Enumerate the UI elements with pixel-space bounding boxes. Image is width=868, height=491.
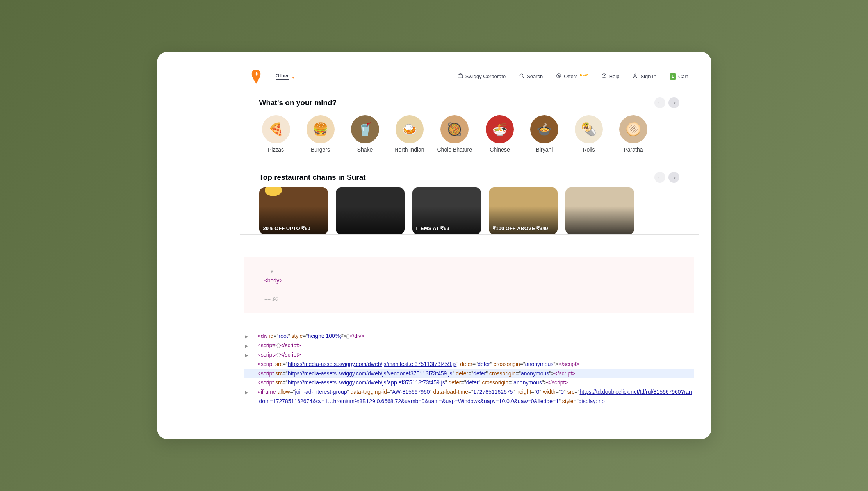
devtools-text: " xyxy=(456,361,460,367)
nav-offers[interactable]: Offers NEW xyxy=(556,73,588,80)
devtools-text: =" xyxy=(387,389,392,395)
devtools-text: =" xyxy=(461,379,466,386)
restaurant-card[interactable] xyxy=(336,187,405,234)
arrow-right-icon: → xyxy=(671,175,676,180)
expand-toggle-icon[interactable]: ▶ xyxy=(252,389,257,396)
nav-search[interactable]: Search xyxy=(519,73,543,80)
devtools-attr: defer xyxy=(449,379,461,386)
devtools-row[interactable]: ▶<div id="root" style="height: 100%;">⋯<… xyxy=(244,332,694,341)
restaurant-overlay xyxy=(565,187,634,234)
category-item[interactable]: 🥤Shake xyxy=(348,115,382,153)
devtools-attr: src xyxy=(275,361,283,367)
devtools-row[interactable]: <script src="https://media-assets.swiggy… xyxy=(244,360,694,369)
restaurants-header: Top restaurant chains in Surat ← → xyxy=(259,172,679,183)
devtools-text: "> xyxy=(542,379,547,386)
arrow-right-icon: → xyxy=(671,100,676,105)
category-image: 🍕 xyxy=(262,115,290,143)
devtools-body-row[interactable]: ⋯ ▼ <body> == $0 xyxy=(244,257,694,313)
devtools-row[interactable]: ▶<script>⋯</script> xyxy=(244,350,694,360)
devtools-url: https://media-assets.swiggy.com/dweb/js/… xyxy=(288,379,445,386)
expand-toggle-icon[interactable]: ▶ xyxy=(252,352,257,359)
category-item[interactable]: 🫓Paratha xyxy=(617,115,650,153)
devtools-tag: </div> xyxy=(349,333,364,339)
devtools-tag: <script xyxy=(258,379,276,386)
restaurant-offer-text: ₹100 OFF ABOVE ₹349 xyxy=(493,225,548,231)
new-badge: NEW xyxy=(580,73,588,77)
devtools-text: =" xyxy=(468,370,473,377)
restaurants-next-button[interactable]: → xyxy=(668,172,679,183)
devtools-text: " xyxy=(452,370,456,377)
devtools-elements-panel[interactable]: ⋯ ▼ <body> == $0 ▶<div id="root" style="… xyxy=(240,234,699,427)
arrow-left-icon: ← xyxy=(657,175,662,180)
devtools-text: "> xyxy=(553,361,558,367)
devtools-text: =" xyxy=(283,379,288,386)
svg-point-4 xyxy=(635,74,636,76)
devtools-text: =" xyxy=(303,333,308,339)
devtools-text: =" xyxy=(468,389,473,395)
devtools-row[interactable]: <script src="https://media-assets.swiggy… xyxy=(244,369,694,379)
devtools-attr: defer xyxy=(456,370,468,377)
help-icon xyxy=(601,73,607,80)
devtools-attr: src xyxy=(567,389,575,395)
category-image: 🌯 xyxy=(575,115,603,143)
devtools-text: " xyxy=(559,398,562,404)
categories-header: What's on your mind? ← → xyxy=(259,97,679,108)
category-label: Paratha xyxy=(624,146,643,153)
nav-help[interactable]: Help xyxy=(601,73,620,80)
offers-icon xyxy=(556,73,561,80)
devtools-tag: </scr xyxy=(280,352,292,358)
devtools-text: =" xyxy=(520,361,525,367)
location-picker[interactable]: Other ⌄ xyxy=(276,73,296,80)
nav-signin[interactable]: Sign In xyxy=(633,73,656,80)
devtools-value: anonymous xyxy=(513,379,542,386)
category-label: Biryani xyxy=(536,146,553,153)
category-item[interactable]: 🌯Rolls xyxy=(572,115,606,153)
nav-corporate[interactable]: Swiggy Corporate xyxy=(458,73,506,80)
devtools-attr: crossorigin xyxy=(489,370,516,377)
devtools-row[interactable]: ▶<script>⋯</script> xyxy=(244,341,694,350)
swiggy-logo-icon[interactable] xyxy=(251,70,262,84)
category-label: Burgers xyxy=(311,146,330,153)
devtools-value: 17278511626 xyxy=(473,389,507,395)
restaurant-card[interactable]: ₹100 OFF ABOVE ₹349 xyxy=(489,187,558,234)
devtools-value: 75 xyxy=(507,389,513,395)
category-item[interactable]: 🍕Pizzas xyxy=(259,115,293,153)
devtools-value: defer xyxy=(466,379,479,386)
categories-prev-button[interactable]: ← xyxy=(654,97,665,108)
devtools-row[interactable]: ▶<iframe allow="join-ad-interest-group" … xyxy=(244,387,694,406)
devtools-value: 0 xyxy=(561,389,564,395)
devtools-text: =" xyxy=(574,398,579,404)
category-label: Chinese xyxy=(490,146,510,153)
categories-next-button[interactable]: → xyxy=(668,97,679,108)
devtools-attr: style xyxy=(292,333,303,339)
devtools-tag: </scr xyxy=(280,342,292,348)
devtools-value: anonymous xyxy=(525,361,553,367)
category-item[interactable]: 🍲Biryani xyxy=(528,115,561,153)
devtools-attr: crossorigin xyxy=(482,379,508,386)
restaurant-card[interactable] xyxy=(565,187,634,234)
search-icon xyxy=(519,73,524,80)
restaurants-prev-button[interactable]: ← xyxy=(654,172,665,183)
devtools-text: =" xyxy=(472,361,478,367)
expand-toggle-icon[interactable]: ▶ xyxy=(252,343,257,349)
category-item[interactable]: 🥘Chole Bhature xyxy=(437,115,472,153)
category-item[interactable]: 🍔Burgers xyxy=(304,115,337,153)
devtools-attr: data-load-time xyxy=(433,389,468,395)
devtools-row[interactable]: <script src="https://media-assets.swiggy… xyxy=(244,378,694,387)
category-image: 🍜 xyxy=(486,115,514,143)
category-item[interactable]: 🍜Chinese xyxy=(483,115,517,153)
devtools-tag: ipt> xyxy=(292,342,301,348)
devtools-row-marker: ⋯ ▼ xyxy=(264,269,274,274)
nav-cart[interactable]: 1 Cart xyxy=(670,73,688,80)
restaurant-card[interactable]: ITEMS AT ₹99 xyxy=(412,187,481,234)
expand-toggle-icon[interactable]: ▶ xyxy=(252,333,257,340)
restaurant-card[interactable]: 20% OFF UPTO ₹50 xyxy=(259,187,328,234)
section-divider xyxy=(259,162,679,162)
category-label: Pizzas xyxy=(268,146,284,153)
arrow-left-icon: ← xyxy=(657,100,662,105)
restaurants-arrows: ← → xyxy=(654,172,679,183)
devtools-text: " xyxy=(486,370,489,377)
devtools-tag: <iframe xyxy=(258,389,278,395)
category-item[interactable]: 🍛North Indian xyxy=(393,115,426,153)
devtools-attr: height xyxy=(516,389,531,395)
